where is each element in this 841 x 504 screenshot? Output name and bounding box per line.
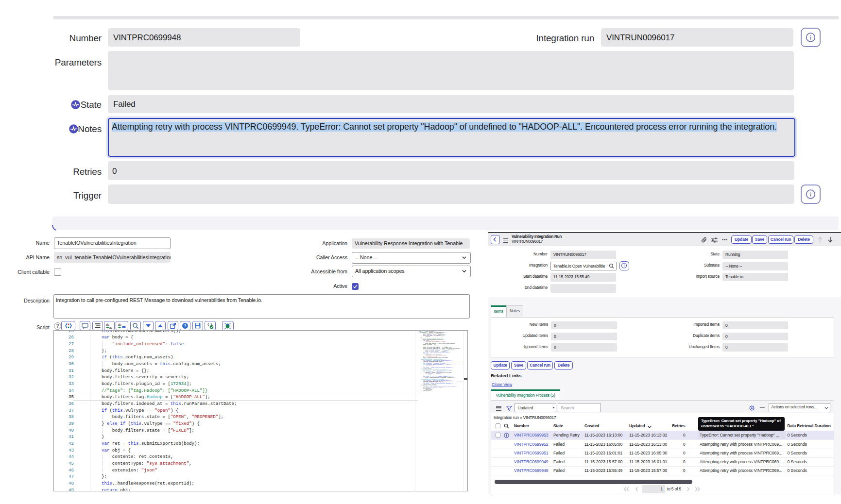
svg-text:ab: ab bbox=[118, 322, 122, 326]
svg-text:ac: ac bbox=[109, 326, 113, 329]
svg-text:?: ? bbox=[184, 323, 187, 328]
